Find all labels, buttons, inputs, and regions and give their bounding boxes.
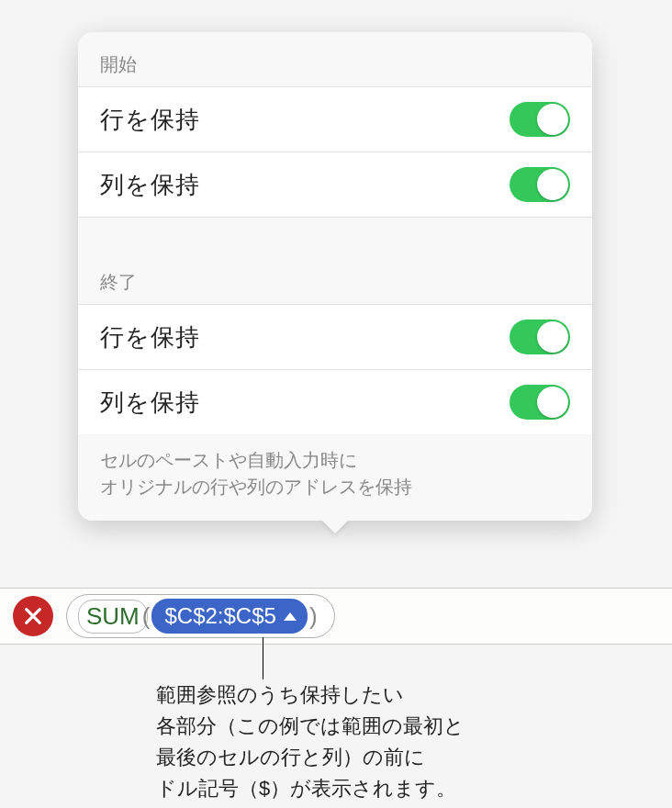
callout-annotation: 範囲参照のうち保持したい各部分（この例では範囲の最初と最後のセルの行と列）の前に… [156, 679, 588, 804]
toggle-preserve-col-end[interactable] [510, 385, 570, 420]
row-start-preserve-col: 列を保持 [78, 152, 592, 217]
toggle-preserve-col-start[interactable] [510, 167, 570, 202]
triangle-up-icon [284, 612, 297, 621]
label-preserve-row-end: 行を保持 [100, 321, 200, 354]
toggle-preserve-row-end[interactable] [510, 320, 570, 354]
row-start-preserve-row: 行を保持 [78, 86, 592, 152]
popover-footer-note: セルのペーストや自動入力時にオリジナルの行や列のアドレスを保持 [78, 434, 592, 521]
cancel-formula-button[interactable] [13, 596, 53, 636]
label-preserve-row-start: 行を保持 [100, 104, 200, 136]
function-token[interactable]: SUM [78, 600, 148, 634]
cell-range-reference-pill[interactable]: $C$2:$C$5 [151, 599, 307, 634]
open-paren: ( [142, 602, 151, 631]
close-paren: ) [309, 602, 318, 631]
section-header-start: 開始 [78, 32, 592, 86]
label-preserve-col-start: 列を保持 [100, 169, 200, 201]
callout-leader-line [263, 637, 263, 679]
label-preserve-col-end: 列を保持 [100, 387, 200, 419]
preserve-reference-popover: 開始 行を保持 列を保持 終了 行を保持 列を保持 セルのペーストや自動入力時に… [78, 32, 592, 521]
section-gap [78, 217, 592, 250]
formula-input[interactable]: SUM ( $C$2:$C$5 ) [66, 594, 335, 638]
reference-text: $C$2:$C$5 [164, 603, 275, 629]
row-end-preserve-row: 行を保持 [78, 304, 592, 369]
formula-bar: SUM ( $C$2:$C$5 ) [0, 588, 672, 645]
section-header-end: 終了 [78, 250, 592, 304]
close-icon [23, 606, 43, 626]
row-end-preserve-col: 列を保持 [78, 369, 592, 434]
toggle-preserve-row-start[interactable] [510, 102, 570, 137]
